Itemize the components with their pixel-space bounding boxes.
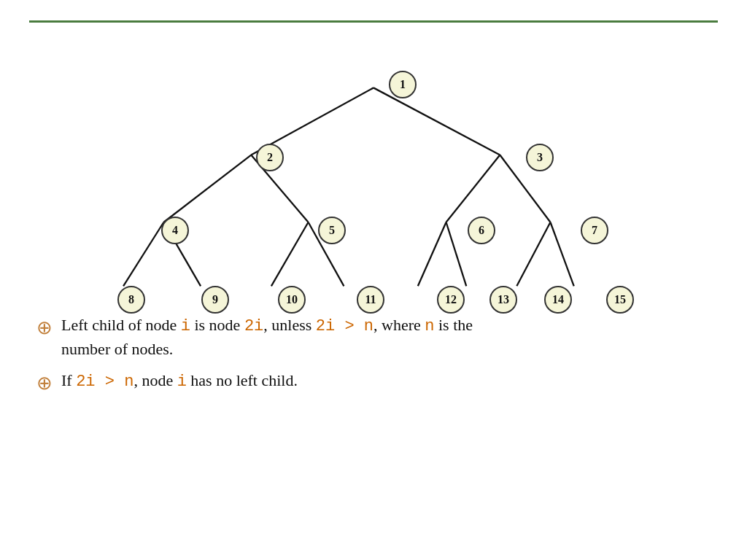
bullet-text-2: If 2i > n, node i has no left child. [61,370,718,394]
tree-node-6: 6 [468,217,495,244]
tree-node-9: 9 [201,286,229,314]
svg-line-2 [163,155,251,222]
var-i-1: i [181,317,190,335]
svg-line-1 [374,88,500,155]
var-2i-gt-n-1: 2i > n [316,317,374,335]
bullet-icon-2: ⊕ [36,370,53,397]
divider [29,20,718,23]
svg-line-8 [271,222,309,287]
tree-node-10: 10 [278,286,306,314]
tree-node-2: 2 [256,144,284,171]
svg-line-11 [446,222,467,287]
tree-node-8: 8 [117,286,145,314]
var-2i-gt-n-2: 2i > n [76,373,133,391]
tree-node-11: 11 [357,286,384,314]
tree-node-7: 7 [581,217,608,244]
tree-node-12: 12 [437,286,465,314]
svg-line-13 [550,222,573,287]
tree-node-15: 15 [606,286,634,314]
svg-line-10 [418,222,446,287]
tree-node-13: 13 [489,286,517,314]
bullet-icon-1: ⊕ [36,315,53,341]
bullet-section: ⊕ Left child of node i is node 2i, unles… [29,314,718,405]
tree-node-14: 14 [544,286,572,314]
bullet-item-2: ⊕ If 2i > n, node i has no left child. [36,370,718,397]
svg-line-12 [516,222,550,287]
page: 123456789101112131415 ⊕ Left child of no… [0,0,747,560]
var-i-2: i [177,373,187,391]
var-n-1: n [425,317,434,335]
tree-svg [29,30,718,307]
tree-node-5: 5 [318,217,346,244]
tree-node-4: 4 [161,217,189,244]
tree-container: 123456789101112131415 [29,30,718,307]
bullet-item-1: ⊕ Left child of node i is node 2i, unles… [36,314,718,361]
var-2i-1: 2i [244,317,263,335]
tree-node-3: 3 [526,144,554,171]
svg-line-6 [123,222,163,287]
svg-line-4 [446,155,500,222]
tree-node-1: 1 [389,71,417,98]
bullet-text-1: Left child of node i is node 2i, unless … [61,314,718,361]
